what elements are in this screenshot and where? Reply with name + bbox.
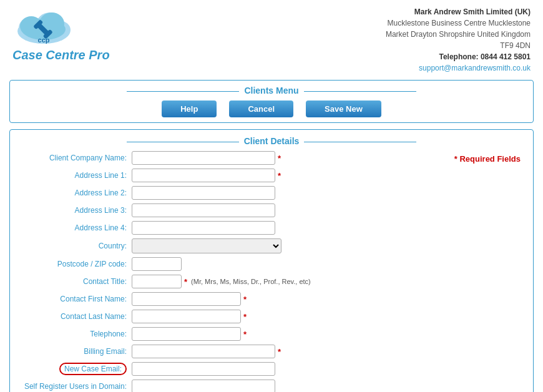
- country-select[interactable]: [132, 238, 281, 253]
- address1-required: *: [278, 171, 281, 180]
- country-label: Country:: [16, 242, 132, 250]
- country-row: Country:: [16, 238, 442, 253]
- telephone-input[interactable]: [132, 327, 241, 341]
- contact-last-input[interactable]: [132, 310, 241, 323]
- logo-area: ccp Case Centre Pro: [12, 6, 110, 62]
- contact-first-input[interactable]: [132, 292, 241, 306]
- client-details-section: Client Details Client Company Name: * Ad…: [9, 129, 534, 392]
- address3-row: Address Line 3:: [16, 203, 442, 217]
- address3-input[interactable]: [132, 203, 275, 217]
- header: ccp Case Centre Pro Mark Andrew Smith Li…: [0, 0, 543, 77]
- address4-row: Address Line 4:: [16, 221, 442, 235]
- telephone-label: Telephone:: [16, 330, 132, 338]
- contact-first-row: Contact First Name: *: [16, 292, 442, 306]
- contact-first-required: *: [243, 295, 247, 304]
- billing-email-input[interactable]: [132, 345, 275, 358]
- app-title: Case Centre Pro: [12, 48, 110, 62]
- postcode-input[interactable]: [132, 257, 182, 271]
- clients-menu-title: Clients Menu: [16, 86, 527, 96]
- address2-label: Address Line 2:: [16, 189, 132, 197]
- postcode-label: Postcode / ZIP code:: [16, 260, 132, 268]
- contact-title-label: Contact Title:: [16, 277, 132, 286]
- address2-row: Address Line 2:: [16, 186, 442, 200]
- address4-input[interactable]: [132, 221, 275, 235]
- company-phone: Telephone: 0844 412 5801: [386, 51, 531, 62]
- company-name-required: *: [278, 154, 281, 163]
- clients-menu-section: Clients Menu Help Cancel Save New: [9, 80, 534, 123]
- address1-row: Address Line 1: *: [16, 169, 442, 182]
- new-case-email-label: New Case Email:: [59, 363, 127, 375]
- client-details-title: Client Details: [16, 136, 527, 146]
- new-case-email-row: New Case Email:: [16, 362, 442, 376]
- self-register-input[interactable]: [132, 380, 275, 392]
- company-address3: TF9 4DN: [386, 40, 531, 51]
- postcode-row: Postcode / ZIP code:: [16, 257, 442, 271]
- contact-title-required: *: [184, 277, 187, 287]
- company-info: Mark Andrew Smith Limited (UK) Mucklesto…: [386, 6, 531, 74]
- address1-label: Address Line 1:: [16, 171, 132, 180]
- contact-title-hint: (Mr, Mrs, Ms, Miss, Dr., Prof., Rev., et…: [191, 278, 311, 285]
- company-name-input[interactable]: [132, 151, 275, 165]
- logo-icon: ccp: [12, 6, 75, 47]
- contact-first-label: Contact First Name:: [16, 295, 132, 303]
- company-name-row: Client Company Name: *: [16, 151, 442, 165]
- company-address2: Market Drayton Shropshire United Kingdom: [386, 29, 531, 40]
- new-case-label-wrapper: New Case Email:: [16, 363, 132, 375]
- menu-buttons: Help Cancel Save New: [16, 100, 527, 117]
- company-address1: Mucklestone Business Centre Mucklestone: [386, 17, 531, 29]
- billing-email-row: Billing Email: *: [16, 345, 442, 358]
- address2-input[interactable]: [132, 186, 275, 200]
- form-area: Client Company Name: * Address Line 1: *…: [16, 151, 527, 392]
- address1-input[interactable]: [132, 169, 275, 182]
- telephone-row: Telephone: *: [16, 327, 442, 341]
- address4-label: Address Line 4:: [16, 223, 132, 232]
- company-name-label: Client Company Name:: [16, 154, 132, 162]
- contact-last-label: Contact Last Name:: [16, 312, 132, 321]
- form-fields: Client Company Name: * Address Line 1: *…: [16, 151, 442, 392]
- cancel-button[interactable]: Cancel: [229, 100, 293, 117]
- contact-last-required: *: [243, 312, 247, 321]
- contact-title-input[interactable]: [132, 275, 182, 288]
- new-case-email-input[interactable]: [132, 362, 275, 376]
- company-name: Mark Andrew Smith Limited (UK): [386, 6, 531, 17]
- address3-label: Address Line 3:: [16, 206, 132, 215]
- telephone-required: *: [243, 330, 247, 339]
- svg-text:ccp: ccp: [38, 36, 50, 44]
- billing-email-label: Billing Email:: [16, 347, 132, 356]
- company-email: support@markandrewsmith.co.uk: [386, 62, 531, 74]
- self-register-row: Self Register Users in Domain:: [16, 380, 442, 392]
- contact-last-row: Contact Last Name: *: [16, 310, 442, 323]
- self-register-label: Self Register Users in Domain:: [16, 382, 132, 391]
- contact-title-row: Contact Title: * (Mr, Mrs, Ms, Miss, Dr.…: [16, 275, 442, 288]
- billing-email-required: *: [278, 347, 281, 356]
- required-fields-note: * Required Fields: [448, 151, 527, 392]
- save-new-button[interactable]: Save New: [306, 100, 381, 117]
- help-button[interactable]: Help: [162, 100, 217, 117]
